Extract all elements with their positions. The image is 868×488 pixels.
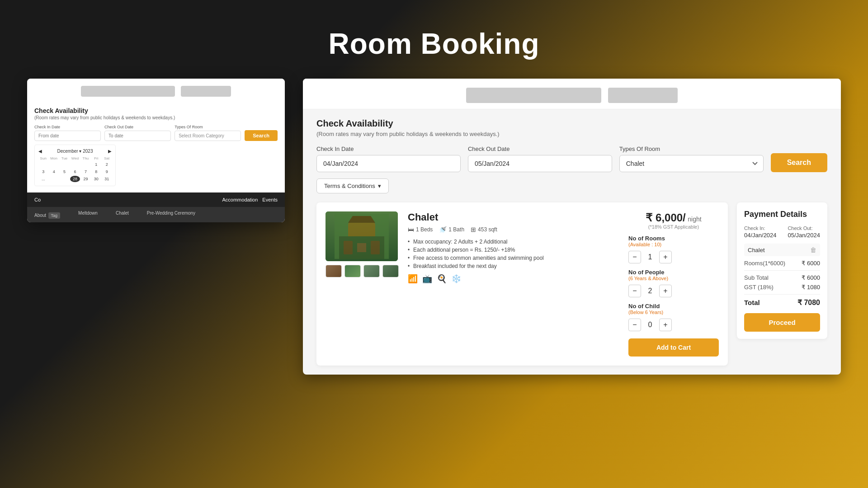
cal-header-sat: Sat <box>102 156 112 160</box>
cal-day[interactable]: 5 <box>60 169 69 175</box>
cal-day[interactable]: 3 <box>38 169 48 175</box>
room-thumbnails <box>326 265 399 277</box>
screenshots-row: Book Accomodation at ████ Check Availabi… <box>27 79 841 375</box>
right-search-button[interactable]: Search <box>771 153 827 172</box>
payment-room-row: Chalet 🗑 <box>744 244 820 256</box>
price-per: night <box>688 216 701 223</box>
room-main-image <box>326 211 398 261</box>
bed-icon: 🛏 <box>408 226 414 233</box>
left-checkout-input[interactable] <box>104 131 171 141</box>
cal-prev-icon[interactable]: ◀ <box>38 149 42 154</box>
people-label: No of People (6 Years & Above) <box>628 269 719 281</box>
right-checkout-label: Check Out Date <box>468 145 612 152</box>
right-body: Check Availability (Room rates may vary … <box>303 109 841 375</box>
cal-header: ◀ December ▾ 2023 ▶ <box>38 149 112 154</box>
rooms-qty-controls: − 1 + <box>628 251 719 263</box>
left-subnav-meltdown[interactable]: Meltdown <box>78 211 98 219</box>
right-checkin-input[interactable] <box>316 155 461 172</box>
payment-gst-value: ₹ 1080 <box>802 284 820 291</box>
cal-day[interactable]: 7 <box>81 169 90 175</box>
cal-day[interactable]: 8 <box>91 169 101 175</box>
room-thumb-2[interactable] <box>344 265 361 277</box>
room-main-image-inner <box>326 211 398 261</box>
left-header-text: Book Accomodation at <box>81 86 175 97</box>
cal-day[interactable]: 4 <box>49 169 58 175</box>
payment-subtotal-value: ₹ 6000 <box>802 274 820 281</box>
cal-day[interactable]: 9 <box>102 169 112 175</box>
svg-rect-3 <box>344 241 353 254</box>
room-bullet-2: Each additional person = Rs. 1250/- +18% <box>408 246 619 254</box>
room-beds: 🛏 1 Beds <box>408 226 433 233</box>
cal-day[interactable]: 31 <box>102 176 112 182</box>
people-increase-button[interactable]: + <box>659 285 672 297</box>
add-to-cart-button[interactable]: Add to Cart <box>628 338 719 357</box>
svg-rect-4 <box>371 241 380 254</box>
cal-day[interactable]: 2 <box>102 161 112 168</box>
room-bullet-1: Max occupancy: 2 Adults + 2 Additional <box>408 238 619 246</box>
cal-header-wed: Wed <box>70 156 80 160</box>
bath-label: 1 Bath <box>448 226 464 233</box>
payment-checkout-value: 05/Jan/2024 <box>788 232 820 239</box>
payment-details-panel: Payment Details Check In: 04/Jan/2024 Ch… <box>737 202 827 339</box>
cal-header-mon: Mon <box>49 156 58 160</box>
cal-day[interactable]: 30 <box>91 176 101 182</box>
cal-header-tue: Tue <box>60 156 69 160</box>
right-checkout-input[interactable] <box>468 155 612 172</box>
cal-next-icon[interactable]: ▶ <box>108 149 112 154</box>
right-roomtype-select[interactable]: Chalet <box>619 155 764 172</box>
child-increase-button[interactable]: + <box>659 319 672 331</box>
left-checkin-input[interactable] <box>34 131 101 141</box>
payment-room-name: Chalet <box>748 247 765 253</box>
rooms-decrease-button[interactable]: − <box>628 251 641 263</box>
left-search-button[interactable]: Search <box>245 130 278 141</box>
left-subnav-prewedding[interactable]: Pre-Wedding Ceremony <box>147 211 195 219</box>
left-subnav-about[interactable]: About <box>34 213 46 218</box>
left-subnav-col1: About Tag <box>34 211 60 219</box>
cal-day <box>60 161 69 168</box>
left-nav-events[interactable]: Events <box>262 197 278 202</box>
cal-day <box>60 176 69 182</box>
room-bullet-3: Free access to common amenities and swim… <box>408 254 619 262</box>
left-nav-accommodation[interactable]: Accommodation <box>222 197 258 202</box>
rooms-increase-button[interactable]: + <box>659 251 672 263</box>
room-thumb-1[interactable] <box>326 265 342 277</box>
cal-month-year: December ▾ 2023 <box>57 149 93 154</box>
left-nav-co[interactable]: Co <box>34 197 41 202</box>
left-roomtype-label: Types Of Room <box>175 125 241 129</box>
cal-day[interactable]: 29 <box>81 176 90 182</box>
people-qty-row: No of People (6 Years & Above) − 2 + <box>628 269 719 297</box>
left-header-blurred: ████ <box>181 86 231 97</box>
left-subnav-chalet[interactable]: Chalet <box>116 211 129 219</box>
left-roomtype-select[interactable]: Select Room Category <box>175 131 241 141</box>
child-decrease-button[interactable]: − <box>628 319 641 331</box>
payment-checkout-col: Check Out: 05/Jan/2024 <box>788 225 820 239</box>
cal-day-selected[interactable]: 28 <box>70 176 80 182</box>
payment-total-value: ₹ 7080 <box>797 298 820 307</box>
payment-subtotal-line: Sub Total ₹ 6000 <box>744 274 820 281</box>
room-bullet-4: Breakfast included for the next day <box>408 262 619 270</box>
price-block: ₹ 6,000/ night (*18% GST Applicable) <box>628 211 719 230</box>
room-card: Chalet 🛏 1 Beds 🚿 1 Bath ⊞ <box>316 202 728 366</box>
ac-icon: ❄️ <box>451 274 461 284</box>
left-roomtype-group: Types Of Room Select Room Category <box>175 125 241 141</box>
right-room-payment-row: Chalet 🛏 1 Beds 🚿 1 Bath ⊞ <box>316 202 827 366</box>
payment-divider <box>744 270 820 271</box>
area-icon: ⊞ <box>471 226 476 233</box>
payment-room-delete-icon[interactable]: 🗑 <box>810 246 816 253</box>
proceed-button[interactable]: Proceed <box>744 313 820 332</box>
payment-title: Payment Details <box>744 210 820 219</box>
terms-conditions-button[interactable]: Terms & Conditions ▾ <box>316 178 389 193</box>
payment-checkin-label: Check In: <box>744 225 777 231</box>
cal-header-sun: Sun <box>38 156 48 160</box>
room-qty-col: ₹ 6,000/ night (*18% GST Applicable) No … <box>628 211 719 357</box>
room-thumb-3[interactable] <box>363 265 380 277</box>
cal-day[interactable]: 1 <box>91 161 101 168</box>
left-fields-row: Check In Date Check Out Date Types Of Ro… <box>34 125 278 141</box>
room-thumb-4[interactable] <box>382 265 399 277</box>
people-decrease-button[interactable]: − <box>628 285 641 297</box>
right-screenshot: Book Accomodation at ████ Check Availabi… <box>303 79 841 375</box>
price-gst: (*18% GST Applicable) <box>628 224 719 230</box>
cal-day[interactable]: 6 <box>70 169 80 175</box>
people-qty-controls: − 2 + <box>628 285 719 297</box>
payment-gst-line: GST (18%) ₹ 1080 <box>744 284 820 291</box>
